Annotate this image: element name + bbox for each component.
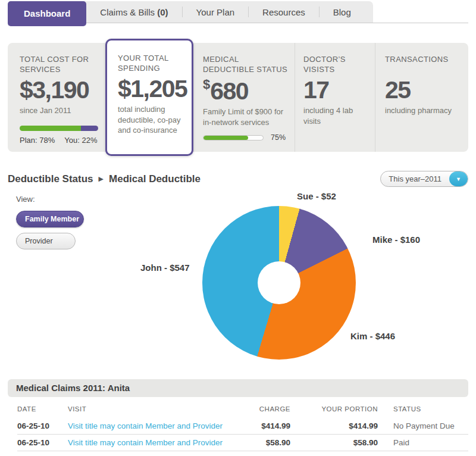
claim-portion: $58.90 <box>290 438 378 447</box>
claim-status: Paid <box>378 438 468 447</box>
donut-chart[interactable] <box>202 206 356 360</box>
claim-visit-link[interactable]: Visit title may contain Member and Provi… <box>68 438 236 447</box>
col-header-status: STATUS <box>378 405 468 413</box>
col-header-your-portion: YOUR PORTION <box>290 405 378 413</box>
stat-card-deductible-status[interactable]: MEDICAL DEDUCTIBLE STATUS $680 Family Li… <box>193 43 295 152</box>
tab-resources[interactable]: Resources <box>249 7 319 17</box>
col-header-visit: VISIT <box>68 405 236 413</box>
currency-symbol: $ <box>203 77 210 92</box>
claims-section-header: Medical Claims 2011: Anita <box>8 379 468 397</box>
stat-title: MEDICAL DEDUCTIBLE STATUS <box>203 55 290 75</box>
claim-date: 06-25-10 <box>17 421 68 430</box>
stat-title: DOCTOR’S VISISTS <box>303 55 370 75</box>
stat-subtitle: since Jan 2011 <box>20 105 101 116</box>
plan-percent-label: Plan: 78% <box>20 136 55 145</box>
claim-visit-link[interactable]: Visit title may contain Member and Provi… <box>68 421 236 430</box>
stats-card-row: TOTAL COST FOR SERVICES $3,190 since Jan… <box>8 43 468 152</box>
breadcrumb-current: Medical Deductible <box>109 173 201 185</box>
stat-title: TRANSACTIONS <box>385 55 464 75</box>
stat-subtitle: total including deductible, co-pay and c… <box>118 104 186 136</box>
breadcrumb-arrow-icon: ▶ <box>99 175 104 183</box>
stat-title: TOTAL COST FOR SERVICES <box>20 55 101 75</box>
claims-table-header: DATE VISIT CHARGE YOUR PORTION STATUS <box>17 397 468 418</box>
year-filter-dropdown[interactable]: This year–2011 ▼ <box>380 171 468 187</box>
stat-subtitle: Family Limit of $900 for in-network serv… <box>203 107 290 127</box>
stat-subtitle: including pharmacy <box>385 105 464 116</box>
dropdown-arrow-button[interactable]: ▼ <box>449 171 468 186</box>
plan-you-split-bar <box>20 126 98 131</box>
year-filter-value: This year–2011 <box>381 171 449 186</box>
plan-bar-segment <box>20 126 81 131</box>
col-header-date: DATE <box>17 405 68 413</box>
table-row: 06-25-10 Visit title may contain Member … <box>17 418 468 434</box>
claim-charge: $414.99 <box>236 421 290 430</box>
stat-card-total-cost[interactable]: TOTAL COST FOR SERVICES $3,190 since Jan… <box>8 43 105 152</box>
tab-your-plan[interactable]: Your Plan <box>183 7 249 17</box>
slice-label-john: John - $547 <box>140 263 190 273</box>
slice-label-mike: Mike - $160 <box>372 235 420 245</box>
deductible-progress-fill <box>203 136 248 140</box>
stat-title: YOUR TOTAL SPENDING <box>118 54 186 74</box>
tab-dashboard[interactable]: Dashboard <box>8 1 86 26</box>
stat-value: $3,190 <box>20 77 101 103</box>
claims-count-badge: (0) <box>157 7 168 17</box>
view-label: View: <box>16 195 84 204</box>
claims-table: DATE VISIT CHARGE YOUR PORTION STATUS 06… <box>8 397 468 456</box>
claim-portion: $414.99 <box>290 421 378 430</box>
chevron-down-icon: ▼ <box>456 176 461 182</box>
claim-date: 06-25-10 <box>17 438 68 447</box>
claim-charge: $58.90 <box>236 438 290 447</box>
deductible-chart-section: View: Family Member Provider Sue - $52 M… <box>8 191 468 379</box>
stat-card-transactions[interactable]: TRANSACTIONS 25 including pharmacy <box>375 43 468 152</box>
deductible-progress-label: 75% <box>271 133 286 142</box>
view-provider-button[interactable]: Provider <box>16 233 76 249</box>
breadcrumb: Deductible Status ▶ Medical Deductible <box>8 173 201 185</box>
stat-value: 25 <box>385 77 464 103</box>
stat-card-doctors-visits[interactable]: DOCTOR’S VISISTS 17 including 4 lab visi… <box>295 43 375 152</box>
tab-blog[interactable]: Blog <box>320 7 365 17</box>
table-row: 06-25-10 Visit title may contain Member … <box>17 451 468 456</box>
you-percent-label: You: 22% <box>64 136 97 145</box>
stat-value: 17 <box>303 77 370 103</box>
you-bar-segment <box>81 126 98 131</box>
tab-claims-bills-label: Claims & Bills <box>100 7 155 17</box>
view-family-member-button[interactable]: Family Member <box>16 211 84 227</box>
breadcrumb-parent[interactable]: Deductible Status <box>8 173 93 185</box>
stat-value: $1,205 <box>118 76 186 102</box>
table-row: 06-25-10 Visit title may contain Member … <box>17 434 468 451</box>
col-header-charge: CHARGE <box>236 405 290 413</box>
slice-label-sue: Sue - $52 <box>297 191 336 201</box>
stat-subtitle: including 4 lab visits <box>303 105 370 126</box>
tabs-strip: Dashboard Claims & Bills (0) Your Plan R… <box>8 1 373 23</box>
tab-claims-bills[interactable]: Claims & Bills (0) <box>86 7 181 17</box>
tab-bar: Dashboard Claims & Bills (0) Your Plan R… <box>8 1 468 23</box>
slice-label-kim: Kim - $446 <box>350 331 395 341</box>
stat-value: 680 <box>210 77 248 105</box>
deductible-progress-bar <box>203 135 264 140</box>
view-switcher: View: Family Member Provider <box>16 195 84 249</box>
claim-status: No Payment Due <box>378 421 468 430</box>
stat-card-your-spending[interactable]: YOUR TOTAL SPENDING $1,205 total includi… <box>105 39 193 156</box>
